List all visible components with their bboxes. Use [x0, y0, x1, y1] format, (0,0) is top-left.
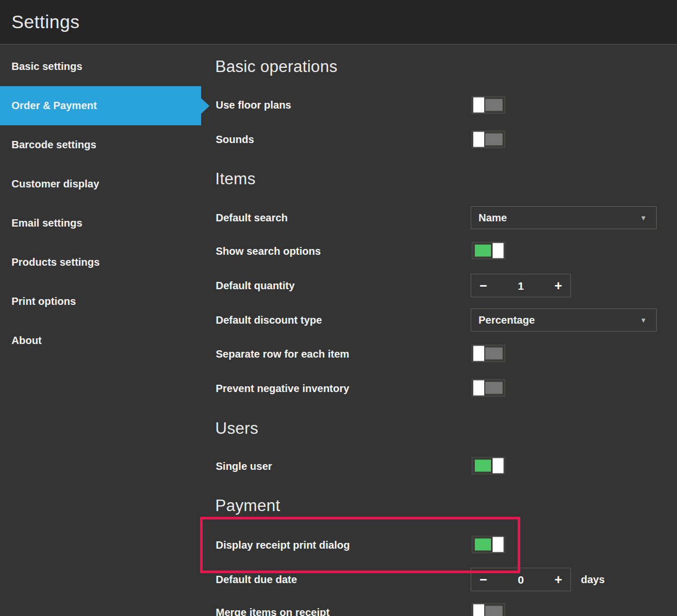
default-quantity-stepper: − 1 + — [471, 274, 571, 298]
sidebar-item-barcode-settings[interactable]: Barcode settings — [0, 125, 201, 164]
section-heading-payment: Payment — [215, 496, 280, 515]
merge-items-on-receipt-label: Merge items on receipt — [216, 607, 330, 616]
chevron-down-icon: ▼ — [640, 317, 647, 324]
toggle-track — [475, 460, 491, 472]
sidebar-item-basic-settings[interactable]: Basic settings — [0, 47, 201, 86]
sounds-label: Sounds — [216, 134, 254, 146]
display-receipt-print-dialog-toggle[interactable] — [472, 536, 505, 553]
default-discount-type-label: Default discount type — [216, 314, 322, 326]
toggle-knob — [493, 537, 504, 552]
use-floor-plans-label: Use floor plans — [216, 99, 291, 111]
due-date-value: 0 — [518, 573, 524, 586]
sidebar-item-customer-display[interactable]: Customer display — [0, 164, 201, 204]
minus-button[interactable]: − — [480, 573, 487, 586]
default-due-date-stepper: − 0 + — [471, 568, 571, 591]
toggle-track — [475, 245, 491, 257]
single-user-label: Single user — [216, 460, 272, 472]
toggle-knob — [473, 132, 484, 147]
sidebar-item-print-options[interactable]: Print options — [0, 282, 201, 321]
sidebar-item-email-settings[interactable]: Email settings — [0, 204, 201, 243]
toggle-knob — [473, 381, 484, 396]
page-title: Settings — [11, 11, 79, 32]
prevent-negative-inventory-label: Prevent negative inventory — [216, 383, 349, 395]
toggle-track — [485, 382, 503, 394]
show-search-options-toggle[interactable] — [472, 242, 505, 259]
due-date-unit-label: days — [581, 574, 605, 586]
toggle-track — [485, 99, 503, 111]
toggle-knob — [493, 243, 504, 258]
toggle-track — [475, 539, 491, 551]
default-search-label: Default search — [216, 212, 288, 224]
toggle-track — [485, 348, 503, 360]
quantity-value: 1 — [518, 279, 524, 292]
toggle-knob — [473, 98, 484, 113]
dropdown-selected-value: Percentage — [478, 314, 640, 326]
sidebar-item-about[interactable]: About — [0, 321, 201, 360]
dropdown-selected-value: Name — [478, 212, 640, 224]
titlebar: Settings — [0, 0, 677, 45]
section-heading-users: Users — [215, 419, 258, 438]
toggle-knob — [473, 346, 484, 361]
plus-button[interactable]: + — [554, 573, 562, 586]
display-receipt-print-dialog-label: Display receipt print dialog — [216, 539, 350, 551]
section-heading-items: Items — [215, 170, 255, 188]
show-search-options-label: Show search options — [216, 245, 321, 257]
section-heading-basic-operations: Basic operations — [215, 57, 337, 76]
sidebar-item-products-settings[interactable]: Products settings — [0, 243, 201, 282]
toggle-track — [485, 134, 503, 146]
default-due-date-label: Default due date — [216, 574, 297, 586]
merge-items-on-receipt-toggle[interactable] — [472, 603, 505, 616]
separate-row-toggle[interactable] — [472, 345, 505, 362]
default-search-dropdown[interactable]: Name ▼ — [471, 206, 657, 229]
plus-button[interactable]: + — [554, 279, 562, 292]
toggle-knob — [473, 605, 484, 616]
sidebar-item-order-payment[interactable]: Order & Payment — [0, 86, 201, 125]
toggle-knob — [493, 458, 504, 473]
chevron-down-icon: ▼ — [640, 215, 647, 221]
separate-row-label: Separate row for each item — [216, 348, 349, 360]
prevent-negative-inventory-toggle[interactable] — [472, 380, 505, 397]
default-discount-type-dropdown[interactable]: Percentage ▼ — [471, 309, 657, 331]
default-quantity-label: Default quantity — [216, 280, 295, 292]
use-floor-plans-toggle[interactable] — [472, 97, 505, 114]
minus-button[interactable]: − — [480, 279, 487, 292]
sidebar: Basic settings Order & Payment Barcode s… — [0, 46, 201, 616]
toggle-track — [485, 606, 503, 616]
single-user-toggle[interactable] — [472, 457, 505, 475]
sounds-toggle[interactable] — [472, 131, 505, 148]
